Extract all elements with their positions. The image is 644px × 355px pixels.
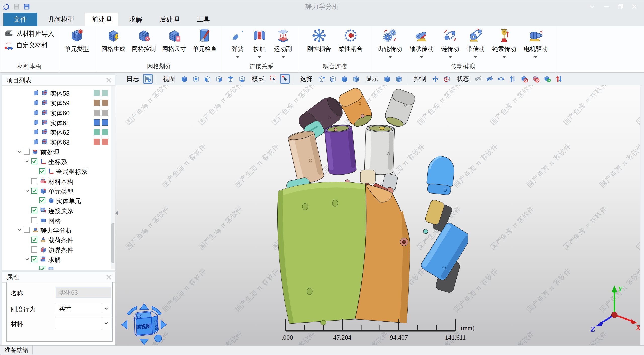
ribbon-button-motor-drive[interactable]: 电机驱动	[524, 26, 548, 58]
ribbon-button-bearing-drive[interactable]: 轴承传动	[409, 26, 434, 58]
toolbar-icon-cube-solid[interactable]	[340, 74, 349, 84]
tree-item[interactable]: 全局坐标系	[2, 166, 115, 176]
tree-checkbox[interactable]	[31, 237, 37, 243]
tab-preprocess[interactable]: 前处理	[85, 13, 118, 26]
tree-checkbox[interactable]	[31, 246, 37, 253]
panel-collapse-handle[interactable]	[115, 211, 118, 216]
tree-item[interactable]: 边界条件	[2, 245, 115, 255]
toolbar-icon-cube-solid[interactable]	[180, 74, 189, 84]
chevron-down-icon[interactable]	[25, 159, 29, 164]
tree-item[interactable]: 单元类型	[2, 186, 115, 196]
toolbar-icon-move-arrows[interactable]	[431, 74, 440, 84]
ribbon-button-unit-type[interactable]: 单元类型	[65, 26, 89, 53]
toolbar-icon-eye-slash-blue[interactable]	[485, 74, 494, 84]
tab-geometry[interactable]: 几何模型	[41, 13, 81, 26]
tree-item-entity[interactable]: 实体61	[2, 118, 115, 127]
tree-checkbox[interactable]	[31, 207, 37, 213]
tree-scrollbar[interactable]	[111, 86, 115, 269]
tree-checkbox[interactable]	[31, 158, 37, 164]
tab-solve[interactable]: 求解	[122, 13, 149, 26]
entity-color-swatch[interactable]	[102, 119, 108, 126]
model-3d-hand[interactable]	[272, 88, 468, 325]
ribbon-button-import-material[interactable]: 从材料库导入	[4, 29, 54, 38]
tree-checkbox[interactable]	[31, 188, 37, 194]
chevron-down-icon[interactable]	[17, 149, 22, 154]
chevron-down-icon[interactable]	[17, 228, 22, 232]
ribbon-button-mesh-size[interactable]: 网格尺寸	[162, 26, 186, 53]
ribbon-button-rope-drive[interactable]: 绳索传动	[492, 26, 516, 58]
entity-color-swatch[interactable]	[102, 110, 108, 116]
tree-checkbox[interactable]	[31, 256, 37, 262]
entity-color-swatch[interactable]	[94, 139, 100, 145]
tree-item-entity[interactable]: 实体63	[2, 137, 115, 147]
toolbar-icon-arrows-blue-light[interactable]	[508, 74, 518, 84]
toolbar-icon-cube-solid[interactable]	[382, 74, 392, 84]
tree-checkbox[interactable]	[24, 149, 30, 155]
entity-color-swatch[interactable]	[94, 90, 100, 96]
tree-item[interactable]: 载荷条件	[2, 235, 115, 245]
tree-checkbox[interactable]	[31, 217, 37, 223]
ribbon-button-flex-couple[interactable]: 柔性耦合	[338, 26, 363, 53]
ribbon-button-rigid-couple[interactable]: 刚性耦合	[307, 26, 331, 53]
entity-color-swatch[interactable]	[102, 129, 108, 135]
toolbar-icon-cursor-dot[interactable]	[280, 74, 290, 84]
dropdown-caret-icon[interactable]	[502, 56, 506, 58]
close-button[interactable]	[629, 2, 640, 12]
dropdown-caret-icon[interactable]	[281, 56, 285, 58]
toolbar-icon-cube-forbid-blue[interactable]	[520, 74, 529, 84]
project-panel-close-icon[interactable]	[106, 77, 112, 83]
ribbon-button-elem-check[interactable]: 单元检查	[193, 26, 217, 53]
properties-panel-close-icon[interactable]	[106, 274, 112, 280]
tree-checkbox[interactable]	[39, 168, 45, 174]
tree-checkbox[interactable]	[24, 227, 30, 233]
entity-color-swatch[interactable]	[94, 129, 100, 135]
toolbar-icon-log[interactable]	[143, 74, 153, 84]
tree-item[interactable]: 实体单元	[2, 196, 115, 205]
entity-color-swatch[interactable]	[102, 100, 108, 106]
tree-checkbox[interactable]	[31, 178, 37, 184]
toolbar-icon-cube-mesh[interactable]	[351, 74, 361, 84]
tree-item-entity[interactable]: 实体59	[2, 98, 115, 108]
toolbar-icon-cube-forbid-red[interactable]	[531, 74, 541, 84]
tree-scrollbar-thumb[interactable]	[111, 223, 114, 263]
tree-item[interactable]: 坐标系	[2, 157, 115, 166]
ribbon-button-spring[interactable]: 弹簧	[231, 26, 245, 58]
viewport-3d[interactable]: 国产鱼海 π 客软件国产鱼海 π 客软件国产鱼海 π 客软件国产鱼海 π 客软件…	[115, 85, 644, 345]
tree-item[interactable]: 网格	[2, 215, 115, 225]
dropdown-caret-icon[interactable]	[534, 56, 538, 58]
tree-item-entity[interactable]: 实体60	[2, 108, 115, 118]
toolbar-icon-cube-bottom[interactable]	[237, 74, 247, 84]
tree-item[interactable]: 静力学分析	[2, 225, 115, 235]
toolbar-icon-cube-face-dashed[interactable]	[328, 74, 338, 84]
ribbon-button-custom-material[interactable]: 自定义材料	[4, 40, 48, 50]
entity-color-swatch[interactable]	[94, 100, 100, 106]
dropdown-caret-icon[interactable]	[236, 56, 240, 58]
toolbar-icon-cube-mesh[interactable]	[394, 74, 404, 84]
restore-button[interactable]	[615, 2, 626, 12]
entity-color-swatch[interactable]	[102, 139, 108, 145]
tab-file[interactable]: 文件	[3, 13, 37, 26]
dropdown-caret-icon[interactable]	[388, 56, 392, 58]
ribbon-button-mesh-ctrl[interactable]: 网格控制	[132, 26, 156, 53]
dropdown-caret-icon[interactable]	[419, 56, 423, 58]
toolbar-icon-eye-slash-gray[interactable]	[473, 74, 483, 84]
dropdown-caret-icon[interactable]	[448, 56, 452, 58]
entity-color-swatch[interactable]	[102, 90, 108, 96]
ribbon-button-gear-drive[interactable]: 齿轮传动	[378, 26, 402, 58]
entity-color-swatch[interactable]	[94, 110, 100, 116]
toolbar-icon-marquee-cursor[interactable]	[269, 74, 278, 84]
chevron-down-icon[interactable]	[101, 303, 111, 314]
tree-item[interactable]: ?连接关系	[2, 205, 115, 215]
chevron-down-icon[interactable]	[25, 257, 29, 261]
chevron-down-icon[interactable]	[101, 318, 111, 329]
minimize-button[interactable]	[600, 2, 612, 12]
ribbon-button-chain-drive[interactable]: 链传动	[441, 26, 459, 58]
ribbon-collapse-button[interactable]	[586, 2, 598, 12]
tree-item[interactable]: 求解	[2, 254, 115, 264]
toolbar-icon-cube-right[interactable]	[214, 74, 224, 84]
chevron-down-icon[interactable]	[25, 189, 29, 193]
tree-checkbox[interactable]	[39, 266, 45, 270]
ribbon-button-belt-drive[interactable]: 带传动	[466, 26, 485, 58]
tree-item[interactable]: 前处理	[2, 147, 115, 157]
dropdown-caret-icon[interactable]	[257, 56, 262, 58]
